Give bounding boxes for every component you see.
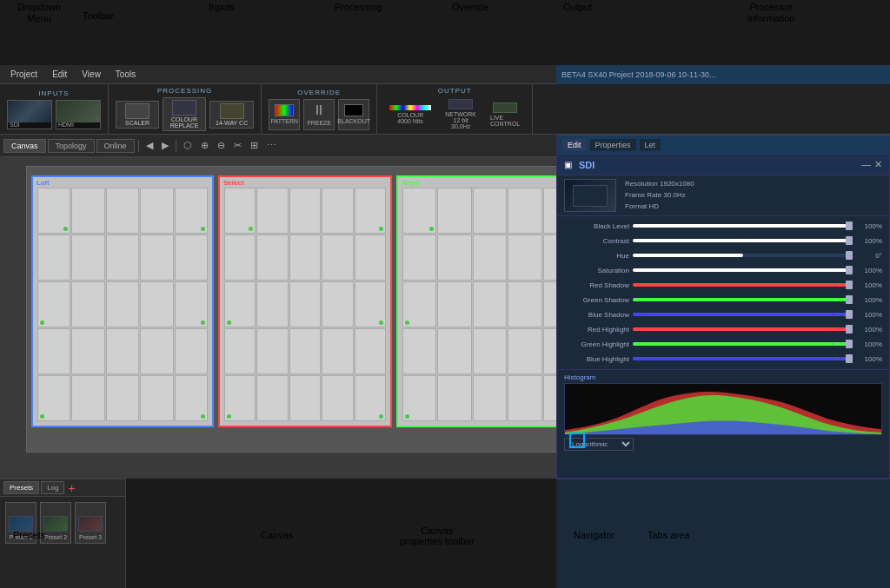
preset-tab-log[interactable]: Log: [41, 481, 64, 494]
grid-cell: [175, 375, 208, 421]
grid-cell: [322, 375, 353, 421]
prop-tab-properties[interactable]: Properties: [590, 139, 636, 151]
grid-cell: [289, 235, 321, 281]
slider-fill-5: [633, 298, 853, 301]
presets-tabs: Presets Log +: [0, 479, 125, 497]
ann-canvas: Canvas: [261, 530, 293, 540]
override-section: OVERRIDE PATTERN ⏸ FREEZE BLACKOUT: [262, 84, 377, 134]
14-way-cc-btn[interactable]: 14-WAY CC: [209, 101, 254, 129]
output-section: OUTPUT COLOUR4000 Nits NETWORK12 bit30.0…: [377, 84, 533, 134]
slider-track-8[interactable]: [633, 342, 853, 346]
tool-more[interactable]: ⋯: [263, 139, 280, 152]
tool-zoom-in[interactable]: ⊕: [197, 139, 212, 152]
colour-output-btn[interactable]: COLOUR4000 Nits: [384, 103, 436, 126]
slider-track-7[interactable]: [633, 327, 853, 331]
tab-topology[interactable]: Topology: [48, 139, 95, 153]
tab-canvas[interactable]: Canvas: [3, 139, 46, 153]
tool-back[interactable]: ◀: [143, 139, 156, 152]
preset-label-1: Preset 1: [10, 534, 32, 540]
prop-tab-let[interactable]: Let: [640, 139, 661, 151]
tool-crop[interactable]: ✂: [230, 139, 245, 152]
menu-project[interactable]: Project: [3, 68, 44, 81]
pattern-btn[interactable]: PATTERN: [269, 99, 300, 130]
minimize-icon[interactable]: —: [861, 159, 871, 170]
sdi-preview-thumb: [564, 179, 616, 212]
slider-track-3[interactable]: [633, 268, 853, 272]
grid-cell: [473, 328, 507, 374]
grid-cell: [355, 281, 386, 327]
slider-fill-9: [633, 357, 853, 360]
slider-track-2[interactable]: [633, 254, 853, 257]
slider-row-6: Blue Shadow100%: [564, 307, 882, 321]
slider-track-6[interactable]: [633, 313, 853, 316]
grid-cell: [71, 188, 104, 234]
inputs-section: INPUTS SDI HDMI: [0, 84, 109, 134]
blackout-btn[interactable]: BLACKOUT: [338, 99, 369, 130]
tool-zoom-out[interactable]: ⊖: [214, 139, 229, 152]
slider-handle-4: [846, 281, 853, 289]
grid-cell: [224, 235, 256, 281]
slider-label-4: Red Shadow: [564, 281, 629, 289]
colour-replace-btn[interactable]: COLOURREPLACE: [163, 97, 206, 131]
input-sdi-thumb[interactable]: SDI: [7, 100, 52, 129]
preset-item-2[interactable]: Preset 2: [40, 502, 71, 544]
prop-tab-edit[interactable]: Edit: [562, 139, 587, 151]
scaler-btn[interactable]: SCALER: [116, 101, 159, 129]
preset-item-3[interactable]: Preset 3: [75, 502, 106, 544]
slider-value-0: 100%: [856, 222, 882, 230]
slider-track-0[interactable]: [633, 224, 853, 228]
inputs-content: SDI HDMI: [7, 100, 101, 129]
tool-select[interactable]: ⬡: [180, 139, 196, 152]
slider-track-4[interactable]: [633, 283, 853, 287]
panel-center[interactable]: Select: [218, 175, 392, 427]
slider-value-5: 100%: [856, 296, 882, 304]
panel-right[interactable]: Right: [396, 175, 583, 427]
preset-tab-presets[interactable]: Presets: [3, 481, 39, 494]
grid-cell: [175, 328, 208, 374]
slider-track-9[interactable]: [633, 357, 853, 360]
slider-handle-6: [846, 310, 853, 319]
grid-cell: [71, 328, 104, 374]
grid-cell: [437, 328, 471, 374]
preset-item-1[interactable]: Preset 1: [5, 502, 37, 544]
slider-label-8: Green Highlight: [564, 340, 629, 348]
slider-row-9: Blue Highlight100%: [564, 352, 882, 366]
resolution-text: Resolution 1920x1080: [625, 179, 694, 190]
preset-label-3: Preset 3: [79, 534, 102, 540]
tab-online[interactable]: Online: [96, 139, 135, 153]
slider-label-1: Contrast: [564, 237, 629, 245]
histogram-display: [564, 383, 882, 435]
slider-fill-7: [633, 327, 853, 331]
panel-left[interactable]: Left: [31, 175, 214, 427]
slider-row-3: Saturation100%: [564, 263, 882, 277]
grid-cell: [437, 281, 471, 327]
slider-track-5[interactable]: [633, 298, 853, 301]
tool-fwd[interactable]: ▶: [158, 139, 172, 152]
grid-dot: [227, 320, 231, 325]
annotation-override: Override: [452, 2, 488, 13]
grid-cell: [106, 235, 139, 281]
menu-tools[interactable]: Tools: [109, 68, 143, 81]
freeze-btn[interactable]: ⏸ FREEZE: [303, 99, 335, 130]
input-hdmi-thumb[interactable]: HDMI: [56, 100, 101, 129]
grid-dot: [405, 414, 409, 419]
canvas-workspace[interactable]: Left: [26, 166, 634, 453]
add-preset-btn[interactable]: +: [68, 482, 75, 494]
slider-fill-6: [633, 313, 853, 316]
grid-cell: [256, 188, 288, 234]
grid-cell: [224, 188, 256, 234]
grid-cell: [437, 375, 471, 421]
grid-cell: [140, 281, 173, 327]
menu-bar: Project Edit View Tools: [0, 65, 556, 84]
menu-edit[interactable]: Edit: [45, 68, 74, 81]
network-btn[interactable]: NETWORK12 bit30.0Hz: [440, 97, 482, 131]
grid-cell: [322, 235, 353, 281]
live-control-btn[interactable]: LIVECONTROL: [485, 101, 525, 129]
tool-grid[interactable]: ⊞: [247, 139, 262, 152]
grid-dot: [227, 414, 231, 419]
close-icon[interactable]: ✕: [874, 159, 882, 170]
menu-view[interactable]: View: [75, 68, 108, 81]
navigator-box[interactable]: [569, 433, 585, 448]
grid-cell: [508, 188, 541, 234]
slider-track-1[interactable]: [633, 239, 853, 242]
